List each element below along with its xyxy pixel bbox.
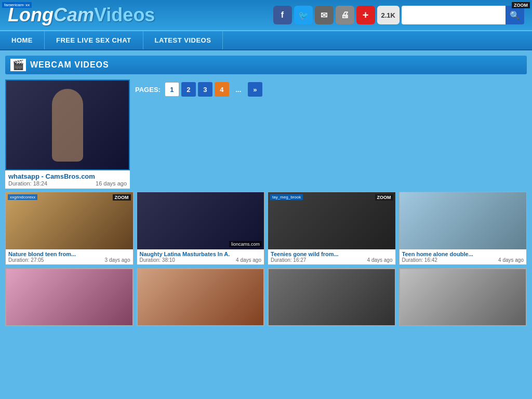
header: LongCamVideos f 🐦 ✉ 🖨 + 2.1K 🔍 <box>0 0 532 30</box>
zoom-badge-0: ZOOM <box>113 194 131 201</box>
page-2[interactable]: 2 <box>181 82 196 97</box>
featured-time-ago: 16 days ago <box>96 180 127 187</box>
page-3[interactable]: 3 <box>198 82 212 97</box>
pages-label: PAGES: <box>135 86 161 94</box>
search-bar: 🔍 <box>402 6 524 24</box>
thumb-image-0 <box>6 192 133 249</box>
pages-row: PAGES: 1 2 3 4 ... » <box>135 82 527 97</box>
featured-thumb-image <box>6 81 129 169</box>
zoom-badge-2: ZOOM <box>375 194 393 201</box>
silhouette <box>52 89 83 162</box>
video-thumb-0: xxgrindcorexx ZOOM <box>6 192 133 249</box>
video-info-2: Teenies gone wild from... Duration: 16:2… <box>268 249 395 264</box>
bottom-card-3[interactable] <box>399 268 527 326</box>
video-time-1: 4 days ago <box>236 257 261 263</box>
video-title-3[interactable]: Teen home alone double... <box>402 251 524 257</box>
page-1[interactable]: 1 <box>165 82 179 97</box>
video-meta-1: Duration: 38:10 4 days ago <box>140 257 262 263</box>
video-title-2[interactable]: Teenies gone wild from... <box>271 251 393 257</box>
video-duration-2: Duration: 16:27 <box>271 257 306 263</box>
nav-latest-videos[interactable]: LATEST VIDEOS <box>143 31 223 49</box>
video-card-2[interactable]: tay_meg_brook ZOOM Teenies gone wild fro… <box>268 192 396 265</box>
video-time-0: 3 days ago <box>105 257 130 263</box>
video-card-3[interactable]: Teen home alone double... Duration: 16:4… <box>399 192 527 265</box>
content: 🎬 WEBCAM VIDEOS whatsapp - CamsBros.com … <box>0 50 532 331</box>
print-button[interactable]: 🖨 <box>336 6 354 24</box>
video-card-1[interactable]: lioncams.com Naughty Latina Masturbates … <box>137 192 265 265</box>
email-button[interactable]: ✉ <box>315 6 334 24</box>
video-meta-3: Duration: 16:42 4 days ago <box>402 257 524 263</box>
addthis-button[interactable]: + <box>356 6 375 24</box>
navigation: HOME FREE LIVE SEX CHAT LATEST VIDEOS <box>0 30 532 50</box>
thumb-image-2 <box>268 192 395 249</box>
logo-cam: Cam <box>54 4 94 25</box>
video-duration-1: Duration: 38:10 <box>140 257 175 263</box>
video-info-1: Naughty Latina Masturbates In A. Duratio… <box>137 249 264 264</box>
bottom-thumb-2: famericam <box>268 269 395 326</box>
bottom-card-1[interactable]: xxgrindcorexx ZOOM <box>137 268 265 326</box>
section-title: WEBCAM VIDEOS <box>30 60 109 70</box>
page-4[interactable]: 4 <box>215 82 229 97</box>
page-next[interactable]: » <box>248 82 262 97</box>
video-info-0: Nature blond teen from... Duration: 27:0… <box>6 249 133 264</box>
featured-title[interactable]: whatsapp - CamsBros.com <box>8 172 127 180</box>
share-count: 2.1K <box>377 6 400 24</box>
video-title-1[interactable]: Naughty Latina Masturbates In A. <box>140 251 262 257</box>
user-badge-2: tay_meg_brook <box>270 194 303 200</box>
bottom-thumb-0: xxgrindcorexx <box>6 269 133 326</box>
bottom-card-2[interactable]: famericam <box>268 268 396 326</box>
video-info-3: Teen home alone double... Duration: 16:4… <box>400 249 527 264</box>
main-layout: whatsapp - CamsBros.com Duration: 18:24 … <box>5 79 527 189</box>
thumb-image-3 <box>400 192 527 249</box>
featured-info: whatsapp - CamsBros.com Duration: 18:24 … <box>5 170 130 189</box>
bottom-grid: xxgrindcorexx xxgrindcorexx ZOOM fameric… <box>5 268 527 326</box>
featured-video: whatsapp - CamsBros.com Duration: 18:24 … <box>5 79 130 189</box>
search-input[interactable] <box>402 6 506 24</box>
facebook-button[interactable]: f <box>273 6 292 24</box>
nav-live-chat[interactable]: FREE LIVE SEX CHAT <box>45 31 143 49</box>
page-dots: ... <box>231 82 246 97</box>
video-time-3: 4 days ago <box>498 257 524 263</box>
bottom-thumb-1: xxgrindcorexx ZOOM <box>137 269 264 326</box>
pagination-area: PAGES: 1 2 3 4 ... » <box>135 79 527 189</box>
video-grid: xxgrindcorexx ZOOM Nature blond teen fro… <box>5 192 527 265</box>
video-meta-0: Duration: 27:05 3 days ago <box>8 257 130 263</box>
video-thumb-3 <box>400 192 527 249</box>
video-duration-3: Duration: 16:42 <box>402 257 437 263</box>
bottom-thumb-3 <box>400 269 527 326</box>
clapper-icon: 🎬 <box>10 59 26 71</box>
lioncams-badge: lioncams.com <box>229 241 262 247</box>
twitter-button[interactable]: 🐦 <box>294 6 313 24</box>
nav-home[interactable]: HOME <box>0 31 45 49</box>
bottom-card-0[interactable]: xxgrindcorexx <box>5 268 134 326</box>
video-thumb-1: lioncams.com <box>137 192 264 249</box>
video-thumb-2: tay_meg_brook ZOOM <box>268 192 395 249</box>
featured-meta: Duration: 18:24 16 days ago <box>8 180 127 187</box>
video-duration-0: Duration: 27:05 <box>8 257 44 263</box>
featured-duration: Duration: 18:24 <box>8 180 47 187</box>
video-card-0[interactable]: xxgrindcorexx ZOOM Nature blond teen fro… <box>5 192 134 265</box>
search-button[interactable]: 🔍 <box>506 6 524 24</box>
user-badge-0: xxgrindcorexx <box>8 194 37 200</box>
header-right: f 🐦 ✉ 🖨 + 2.1K 🔍 <box>273 6 524 24</box>
logo-videos: Videos <box>94 4 155 25</box>
featured-thumb[interactable] <box>5 79 130 170</box>
section-header: 🎬 WEBCAM VIDEOS <box>5 56 527 74</box>
video-time-2: 4 days ago <box>367 257 393 263</box>
video-title-0[interactable]: Nature blond teen from... <box>8 251 130 257</box>
video-meta-2: Duration: 16:27 4 days ago <box>271 257 393 263</box>
